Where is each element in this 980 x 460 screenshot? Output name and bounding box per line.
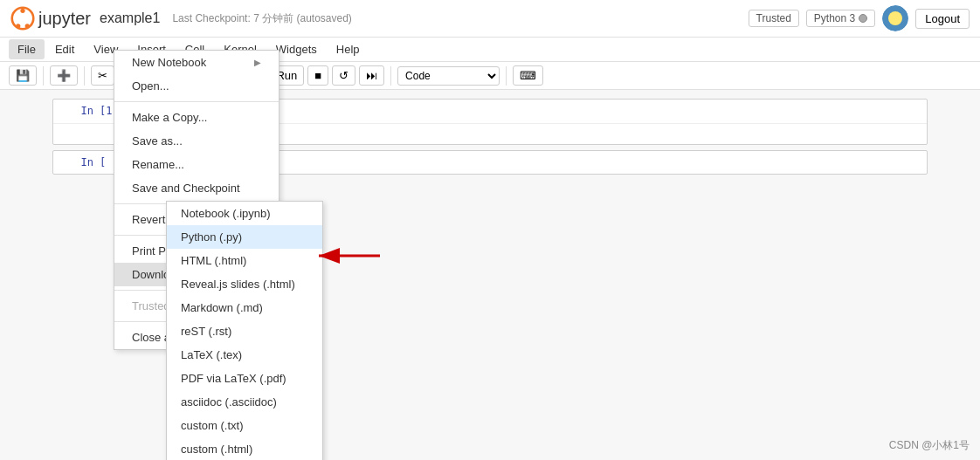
toolbar-sep-6 [506,66,507,86]
sep-1 [114,101,279,102]
restart-run-all-button[interactable]: ⏭ [359,65,384,86]
dl-markdown[interactable]: Markdown (.md) [167,296,322,319]
dl-reveal-label: Reveal.js slides (.html) [181,278,295,291]
insert-cell-below-button[interactable]: ➕ [50,65,78,86]
menu-save-checkpoint[interactable]: Save and Checkpoint [114,176,279,200]
dl-reveal[interactable]: Reveal.js slides (.html) [167,272,322,296]
dl-rest-label: reST (.rst) [181,325,231,338]
svg-point-1 [20,9,24,13]
toolbar-sep-5 [390,66,391,86]
menu-make-copy[interactable]: Make a Copy... [114,106,279,129]
jupyter-logo-icon [10,6,35,31]
menu-rename[interactable]: Rename... [114,153,279,176]
dl-html-label: HTML (.html) [181,254,246,267]
top-bar: jupyter example1 Last Checkpoint: 7 分钟前 … [0,0,980,38]
svg-point-3 [25,24,30,28]
red-arrow-annotation [310,243,380,271]
cut-cell-button[interactable]: ✂ [91,65,114,86]
save-button[interactable]: 💾 [9,65,37,86]
dl-html[interactable]: HTML (.html) [167,249,322,272]
python-kernel: Python 3 [806,10,875,27]
rename-label: Rename... [132,158,184,171]
save-checkpoint-label: Save and Checkpoint [132,182,240,195]
menu-open[interactable]: Open... [114,74,279,98]
restart-kernel-button[interactable]: ↺ [332,65,355,86]
make-copy-label: Make a Copy... [132,111,207,124]
cell-type-select[interactable]: Code Markdown Raw NBConvert Heading [397,66,500,86]
menu-new-notebook[interactable]: New Notebook ▶ [114,51,279,74]
dl-python[interactable]: Python (.py) [167,225,322,249]
dl-latex[interactable]: LaTeX (.tex) [167,343,322,352]
trusted-badge: Trusted [749,10,799,27]
save-as-label: Save as... [132,134,183,148]
open-label: Open... [132,79,169,93]
top-bar-right: Trusted Python 3 Logout [749,5,970,31]
dl-python-label: Python (.py) [181,230,242,244]
kernel-status-circle [859,14,867,23]
toolbar-sep-2 [84,66,85,86]
dl-markdown-label: Markdown (.md) [181,301,263,314]
python-kernel-label: Python 3 [814,12,855,24]
new-notebook-label: New Notebook [132,56,206,69]
notebook-title[interactable]: example1 [100,10,160,26]
logout-button[interactable]: Logout [915,9,970,29]
jupyter-logo: jupyter [10,6,91,31]
menu-file[interactable]: File [9,39,45,59]
dl-notebook-label: Notebook (.ipynb) [181,207,271,220]
dl-notebook[interactable]: Notebook (.ipynb) [167,202,322,225]
checkpoint-info: Last Checkpoint: 7 分钟前 (autosaved) [172,11,351,26]
menu-help[interactable]: Help [328,39,369,59]
interrupt-kernel-button[interactable]: ■ [307,65,328,86]
dl-rest[interactable]: reST (.rst) [167,319,322,343]
menu-edit[interactable]: Edit [46,39,83,59]
dl-latex-label: LaTeX (.tex) [181,348,242,352]
new-notebook-arrow: ▶ [254,58,261,67]
download-submenu: Notebook (.ipynb) Python (.py) HTML (.ht… [166,201,323,352]
svg-point-5 [888,11,902,25]
menu-save-as[interactable]: Save as... [114,129,279,153]
jupyter-text: jupyter [38,9,91,29]
toolbar-sep-1 [43,66,44,86]
svg-point-2 [16,24,20,28]
keyboard-shortcuts-button[interactable]: ⌨ [513,65,543,86]
python-icon [882,5,908,31]
